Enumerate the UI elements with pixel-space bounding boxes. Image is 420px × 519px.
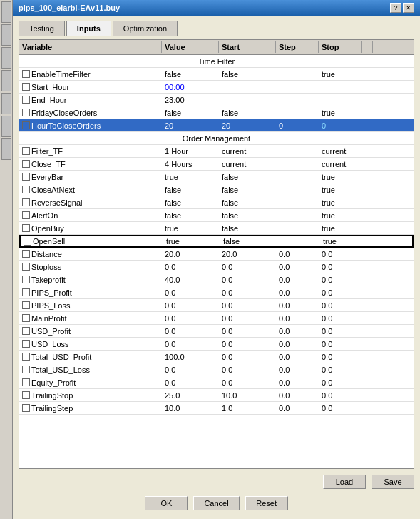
row-checkbox[interactable] xyxy=(22,301,30,309)
table-row[interactable]: TrailingStep10.01.00.00.0 xyxy=(19,402,414,415)
table-row[interactable]: Total_USD_Loss0.00.00.00.0 xyxy=(19,363,414,376)
variable-cell: USD_Loss xyxy=(19,339,162,349)
value-cell: false xyxy=(162,108,219,118)
row-checkbox[interactable] xyxy=(22,211,30,219)
stop-cell: 0 xyxy=(319,121,362,131)
tab-optimization[interactable]: Optimization xyxy=(113,21,178,36)
step-cell: 0.0 xyxy=(276,403,319,413)
row-checkbox[interactable] xyxy=(22,83,30,91)
start-cell: 1.0 xyxy=(219,403,276,413)
table-row[interactable]: HourToCloseOrders202000 xyxy=(19,119,414,132)
row-checkbox[interactable] xyxy=(24,238,31,246)
start-cell: false xyxy=(219,185,276,195)
stop-cell: 0.0 xyxy=(319,352,362,362)
step-cell: 0.0 xyxy=(276,313,319,323)
reset-button[interactable]: Reset xyxy=(245,496,288,510)
row-checkbox[interactable] xyxy=(22,224,30,232)
table-body[interactable]: Time FilterEnableTimeFilterfalsefalsetru… xyxy=(19,55,414,468)
row-checkbox[interactable] xyxy=(22,340,30,348)
row-checkbox[interactable] xyxy=(22,173,30,181)
row-checkbox[interactable] xyxy=(22,147,30,155)
close-button[interactable]: ✕ xyxy=(403,3,414,13)
inputs-panel: Variable Value Start Step Stop Time Filt… xyxy=(19,39,414,469)
stop-cell: 0.0 xyxy=(319,262,362,272)
table-row[interactable]: End_Hour23:00 xyxy=(19,94,414,106)
table-row[interactable]: ReverseSignalfalsefalsetrue xyxy=(19,196,414,209)
row-checkbox[interactable] xyxy=(22,378,30,386)
row-checkbox[interactable] xyxy=(22,70,30,78)
value-cell: 23:00 xyxy=(162,95,219,105)
table-row[interactable]: Start_Hour00:00 xyxy=(19,81,414,94)
table-row[interactable]: Total_USD_Profit100.00.00.00.0 xyxy=(19,351,414,363)
variable-name: TrailingStep xyxy=(31,404,73,413)
table-row[interactable]: AlertOnfalsefalsetrue xyxy=(19,209,414,222)
start-cell: current xyxy=(219,146,276,156)
table-row[interactable]: FridayCloseOrdersfalsefalsetrue xyxy=(19,106,414,119)
row-checkbox[interactable] xyxy=(22,288,30,296)
tab-inputs[interactable]: Inputs xyxy=(66,21,111,36)
table-row[interactable]: Equity_Profit0.00.00.00.0 xyxy=(19,376,414,389)
row-checkbox[interactable] xyxy=(22,404,30,412)
row-checkbox[interactable] xyxy=(22,121,30,129)
table-row[interactable]: EveryBartruefalsetrue xyxy=(19,171,414,183)
row-checkbox[interactable] xyxy=(22,198,30,206)
table-row[interactable]: Takeprofit40.00.00.00.0 xyxy=(19,273,414,286)
header-value: Value xyxy=(162,41,219,53)
help-button[interactable]: ? xyxy=(390,3,401,13)
variable-name: Equity_Profit xyxy=(31,378,76,387)
row-checkbox[interactable] xyxy=(22,109,30,116)
variable-cell: Total_USD_Profit xyxy=(19,352,162,362)
variable-name: ReverseSignal xyxy=(31,198,83,207)
table-row[interactable]: USD_Profit0.00.00.00.0 xyxy=(19,325,414,338)
table-row[interactable]: OpenSelltruefalsetrue xyxy=(19,235,414,248)
sidebar-item-7 xyxy=(1,138,11,160)
row-checkbox[interactable] xyxy=(22,391,30,399)
row-checkbox[interactable] xyxy=(22,263,30,271)
row-checkbox[interactable] xyxy=(22,186,30,193)
start-cell: 0.0 xyxy=(219,288,276,298)
table-row[interactable]: USD_Loss0.00.00.00.0 xyxy=(19,338,414,351)
table-row[interactable]: PIPS_Loss0.00.00.00.0 xyxy=(19,299,414,312)
row-checkbox[interactable] xyxy=(22,96,30,104)
cancel-button[interactable]: Cancel xyxy=(193,496,239,510)
section-label: Time Filter xyxy=(46,56,388,66)
row-checkbox[interactable] xyxy=(22,250,30,258)
step-cell xyxy=(276,228,319,229)
value-cell: true xyxy=(162,223,219,233)
table-row[interactable]: CloseAtNextfalsefalsetrue xyxy=(19,183,414,196)
header-stop: Stop xyxy=(319,41,362,53)
variable-cell: Start_Hour xyxy=(19,82,162,92)
sidebar-item-6 xyxy=(1,116,11,137)
title-bar-buttons: ? ✕ xyxy=(390,3,414,13)
load-button[interactable]: Load xyxy=(323,475,366,489)
row-checkbox[interactable] xyxy=(22,276,30,283)
tab-testing[interactable]: Testing xyxy=(19,21,65,36)
value-cell: 0.0 xyxy=(162,378,219,388)
table-row[interactable]: Close_TF4 Hourscurrentcurrent xyxy=(19,158,414,171)
stop-cell xyxy=(319,99,362,101)
row-checkbox[interactable] xyxy=(22,160,30,168)
row-checkbox[interactable] xyxy=(22,353,30,361)
tab-bar: Testing Inputs Optimization xyxy=(19,20,414,36)
table-row[interactable]: EnableTimeFilterfalsefalsetrue xyxy=(19,68,414,81)
table-row[interactable]: PIPS_Profit0.00.00.00.0 xyxy=(19,286,414,299)
save-button[interactable]: Save xyxy=(372,475,414,489)
section-label: Order Management xyxy=(46,133,388,143)
ok-button[interactable]: OK xyxy=(145,496,188,510)
variable-name: USD_Profit xyxy=(31,327,71,336)
step-cell xyxy=(276,74,319,75)
variable-cell: ReverseSignal xyxy=(19,198,162,208)
row-checkbox[interactable] xyxy=(22,327,30,335)
start-cell: false xyxy=(219,172,276,182)
row-checkbox[interactable] xyxy=(22,366,30,373)
value-cell: 0.0 xyxy=(162,301,219,311)
table-row[interactable]: Filter_TF1 Hourcurrentcurrent xyxy=(19,145,414,158)
table-row[interactable]: OpenBuytruefalsetrue xyxy=(19,222,414,235)
table-row[interactable]: MainProfit0.00.00.00.0 xyxy=(19,312,414,325)
table-row[interactable]: Stoploss0.00.00.00.0 xyxy=(19,261,414,273)
section-header-row: Time Filter xyxy=(19,55,414,68)
row-checkbox[interactable] xyxy=(22,314,30,322)
table-row[interactable]: TrailingStop25.010.00.00.0 xyxy=(19,389,414,402)
start-cell: 0.0 xyxy=(219,352,276,362)
table-row[interactable]: Distance20.020.00.00.0 xyxy=(19,248,414,261)
